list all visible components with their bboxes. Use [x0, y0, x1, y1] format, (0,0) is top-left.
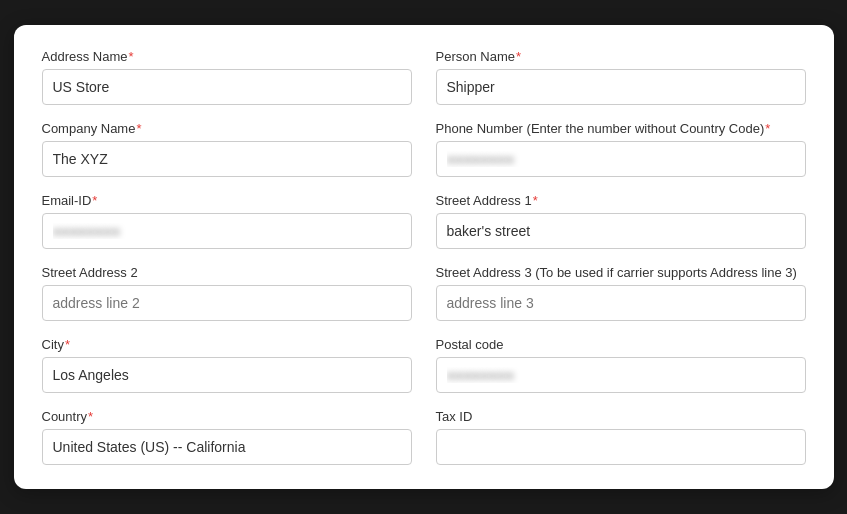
field-group-company-name: Company Name* — [42, 121, 412, 177]
input-postal-code[interactable] — [436, 357, 806, 393]
input-phone-number[interactable] — [436, 141, 806, 177]
label-email-id: Email-ID* — [42, 193, 412, 208]
required-indicator: * — [516, 49, 521, 64]
label-tax-id: Tax ID — [436, 409, 806, 424]
address-form: Address Name*Person Name*Company Name*Ph… — [14, 25, 834, 489]
field-group-person-name: Person Name* — [436, 49, 806, 105]
input-email-id[interactable] — [42, 213, 412, 249]
input-address-name[interactable] — [42, 69, 412, 105]
field-group-tax-id: Tax ID — [436, 409, 806, 465]
required-indicator: * — [136, 121, 141, 136]
field-group-city: City* — [42, 337, 412, 393]
input-street-address-1[interactable] — [436, 213, 806, 249]
label-address-name: Address Name* — [42, 49, 412, 64]
input-street-address-2[interactable] — [42, 285, 412, 321]
field-group-email-id: Email-ID* — [42, 193, 412, 249]
field-group-country: Country* — [42, 409, 412, 465]
label-phone-number: Phone Number (Enter the number without C… — [436, 121, 806, 136]
field-group-street-address-3: Street Address 3 (To be used if carrier … — [436, 265, 806, 321]
required-indicator: * — [765, 121, 770, 136]
field-group-phone-number: Phone Number (Enter the number without C… — [436, 121, 806, 177]
required-indicator: * — [88, 409, 93, 424]
label-street-address-3: Street Address 3 (To be used if carrier … — [436, 265, 806, 280]
input-country[interactable] — [42, 429, 412, 465]
label-person-name: Person Name* — [436, 49, 806, 64]
input-city[interactable] — [42, 357, 412, 393]
required-indicator: * — [128, 49, 133, 64]
field-group-street-address-2: Street Address 2 — [42, 265, 412, 321]
required-indicator: * — [92, 193, 97, 208]
label-city: City* — [42, 337, 412, 352]
field-group-address-name: Address Name* — [42, 49, 412, 105]
input-tax-id[interactable] — [436, 429, 806, 465]
field-group-street-address-1: Street Address 1* — [436, 193, 806, 249]
label-company-name: Company Name* — [42, 121, 412, 136]
required-indicator: * — [533, 193, 538, 208]
label-street-address-2: Street Address 2 — [42, 265, 412, 280]
field-group-postal-code: Postal code — [436, 337, 806, 393]
label-street-address-1: Street Address 1* — [436, 193, 806, 208]
label-country: Country* — [42, 409, 412, 424]
input-company-name[interactable] — [42, 141, 412, 177]
label-postal-code: Postal code — [436, 337, 806, 352]
input-street-address-3[interactable] — [436, 285, 806, 321]
required-indicator: * — [65, 337, 70, 352]
input-person-name[interactable] — [436, 69, 806, 105]
form-grid: Address Name*Person Name*Company Name*Ph… — [42, 49, 806, 465]
